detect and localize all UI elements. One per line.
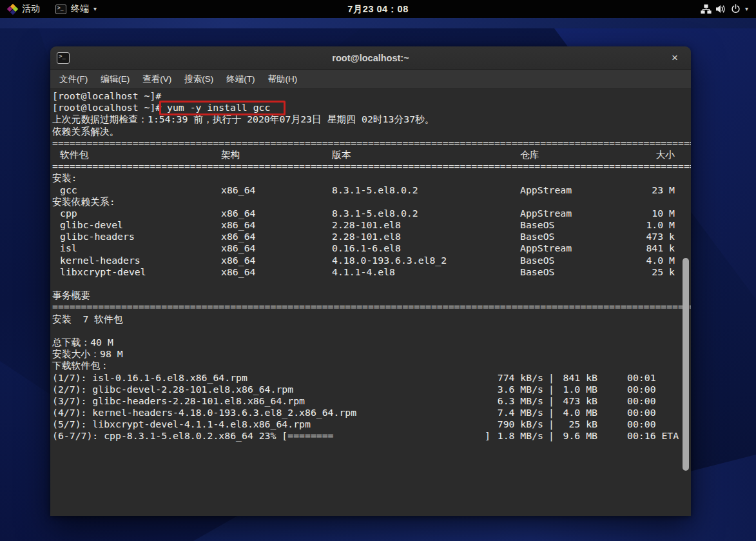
terminal-line: (6-7/7): cpp-8.3.1-5.el8.0.2.x86_64 23% …: [52, 430, 691, 442]
chevron-down-icon[interactable]: ▾: [745, 6, 748, 12]
terminal-line: 上次元数据过期检查：1:54:39 前，执行于 2020年07月23日 星期四 …: [52, 113, 691, 125]
terminal-line: (1/7): isl-0.16.1-6.el8.x86_64.rpm774 kB…: [52, 372, 691, 384]
terminal-text: 473 k: [52, 231, 675, 242]
terminal-line: 安装:: [52, 172, 691, 184]
volume-icon[interactable]: [715, 4, 726, 14]
network-icon[interactable]: [701, 4, 712, 14]
window-title: root@localhost:~: [332, 53, 409, 63]
terminal-text: 依赖关系解决。: [52, 126, 119, 137]
terminal-text: [root@localhost ~]#: [52, 102, 167, 113]
terminal-app-icon: >_: [55, 5, 66, 14]
close-button[interactable]: ×: [665, 46, 684, 70]
menu-item-edit[interactable]: 编辑(E): [94, 72, 136, 87]
terminal-line: 下载软件包：: [52, 360, 691, 371]
terminal-line: 安装大小：98 M: [52, 348, 691, 360]
terminal-line: [root@localhost ~]# yum -y install gcc: [52, 102, 691, 113]
desktop: 活动 >_ 终端 ▾ 7月23 04：08 ▾ >_ root@lo: [0, 0, 756, 541]
terminal-text: 4.0 M: [52, 255, 675, 266]
terminal-window: >_ root@localhost:~ × 文件(F)编辑(E)查看(V)搜索(…: [50, 46, 691, 516]
menu-item-search[interactable]: 搜索(S): [178, 72, 220, 87]
terminal-text: ========================================…: [52, 161, 691, 172]
terminal-text: 下载软件包：: [52, 360, 110, 371]
chevron-down-icon: ▾: [93, 6, 97, 12]
terminal-line: libxcrypt-develx86_644.1.1-4.el8BaseOS25…: [52, 266, 691, 278]
terminal-line: (3/7): glibc-headers-2.28-101.el8.x86_64…: [52, 395, 691, 407]
terminal-text: 473 kB: [52, 395, 597, 407]
menu-item-view[interactable]: 查看(V): [136, 72, 178, 87]
centos-logo-icon: [8, 5, 17, 14]
terminal-text: 安装:: [52, 172, 77, 184]
terminal-text: 841 k: [52, 242, 675, 254]
terminal-line: 安装 7 软件包: [52, 313, 691, 325]
terminal-text: 00:01: [627, 372, 656, 384]
menu-item-file[interactable]: 文件(F): [53, 72, 94, 87]
terminal-text: 安装 7 软件包: [52, 313, 123, 325]
terminal-line: (5/7): libxcrypt-devel-4.1.1-4.el8.x86_6…: [52, 418, 691, 430]
power-icon[interactable]: [730, 4, 741, 14]
terminal-line: glibc-headersx86_642.28-101.el8BaseOS473…: [52, 231, 691, 242]
activities-button[interactable]: 活动: [0, 0, 48, 18]
terminal-line: ========================================…: [52, 161, 691, 172]
terminal-line: [52, 278, 691, 290]
terminal-text: 23 M: [52, 184, 675, 196]
terminal-text: 安装依赖关系:: [52, 196, 115, 208]
terminal-text: ========================================…: [52, 137, 691, 149]
terminal-text: 25 k: [52, 266, 675, 278]
terminal-text: 总下载：40 M: [52, 337, 113, 348]
terminal-window-icon: >_: [57, 52, 70, 64]
terminal-text: 00:16 ETA: [627, 430, 679, 442]
app-menu-terminal[interactable]: >_ 终端 ▾: [48, 0, 104, 18]
terminal-text: 安装大小：98 M: [52, 348, 123, 360]
terminal-text: 25 kB: [52, 418, 597, 430]
system-status-area[interactable]: ▾: [697, 0, 752, 18]
terminal-line: gccx86_648.3.1-5.el8.0.2AppStream23 M: [52, 184, 691, 196]
terminal-line: 依赖关系解决。: [52, 126, 691, 137]
terminal-line: (2/7): glibc-devel-2.28-101.el8.x86_64.r…: [52, 384, 691, 395]
terminal-line: (4/7): kernel-headers-4.18.0-193.6.3.el8…: [52, 407, 691, 418]
terminal-line: [root@localhost ~]#: [52, 90, 691, 102]
terminal-line: 总下载：40 M: [52, 337, 691, 348]
window-titlebar[interactable]: >_ root@localhost:~ ×: [50, 46, 691, 70]
scrollbar-thumb[interactable]: [683, 258, 689, 471]
command-highlight-box: [159, 101, 286, 115]
terminal-text: 上次元数据过期检查：1:54:39 前，执行于 2020年07月23日 星期四 …: [52, 113, 434, 125]
terminal-text: 00:00: [627, 395, 656, 407]
wallpaper-facet: [0, 18, 756, 28]
terminal-text: 事务概要: [52, 290, 90, 301]
menu-item-terminal[interactable]: 终端(T): [220, 72, 261, 87]
clock[interactable]: 7月23 04：08: [347, 0, 408, 18]
terminal-text: ========================================…: [52, 301, 691, 313]
terminal-text: [root@localhost ~]#: [52, 90, 167, 102]
top-bar: 活动 >_ 终端 ▾ 7月23 04：08 ▾: [0, 0, 756, 18]
terminal-text: 4.0 MB: [52, 407, 597, 418]
terminal-text: 9.6 MB: [52, 430, 597, 442]
terminal-line: 软件包架构版本仓库大小: [52, 149, 691, 161]
terminal-line: ========================================…: [52, 137, 691, 149]
terminal-line: islx86_640.16.1-6.el8AppStream841 k: [52, 242, 691, 254]
terminal-text: 00:00: [627, 418, 656, 430]
terminal-line: 安装依赖关系:: [52, 196, 691, 208]
terminal-text: 1.0 M: [52, 219, 675, 231]
menu-bar: 文件(F)编辑(E)查看(V)搜索(S)终端(T)帮助(H): [50, 70, 691, 89]
terminal-text: 1.0 MB: [52, 384, 597, 395]
terminal-line: glibc-develx86_642.28-101.el8BaseOS1.0 M: [52, 219, 691, 231]
terminal-text: 00:00: [627, 384, 656, 395]
activities-label: 活动: [22, 3, 40, 15]
menu-item-help[interactable]: 帮助(H): [262, 72, 304, 87]
terminal-line: cppx86_648.3.1-5.el8.0.2AppStream10 M: [52, 208, 691, 219]
terminal-line: [52, 325, 691, 337]
terminal-text: 00:00: [627, 407, 656, 418]
terminal-text: 841 kB: [52, 372, 597, 384]
terminal-output[interactable]: [root@localhost ~]# [root@localhost ~]# …: [50, 89, 691, 516]
terminal-line: ========================================…: [52, 301, 691, 313]
terminal-line: 事务概要: [52, 290, 691, 301]
app-menu-label: 终端: [71, 3, 89, 15]
terminal-text: 10 M: [52, 208, 675, 219]
terminal-line: kernel-headersx86_644.18.0-193.6.3.el8_2…: [52, 255, 691, 266]
terminal-text: 大小: [52, 149, 675, 161]
